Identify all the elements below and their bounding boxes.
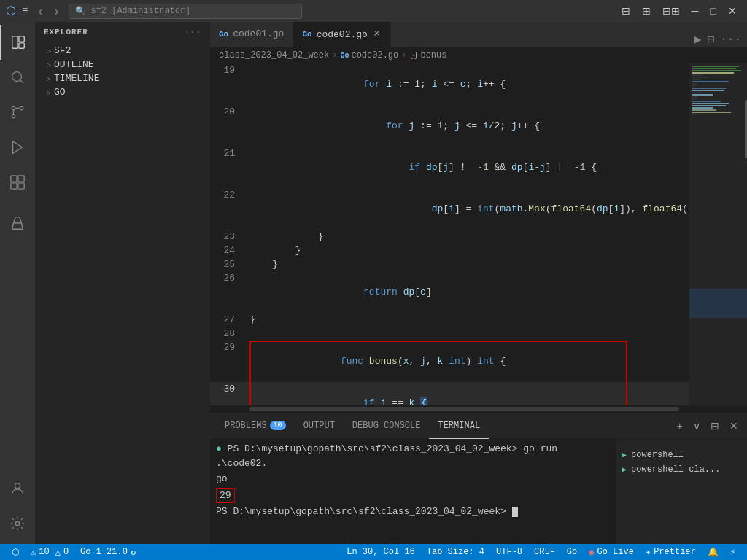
activity-item-test[interactable] bbox=[0, 206, 35, 241]
breadcrumb-part[interactable]: Gocode02.go bbox=[340, 50, 398, 61]
svg-rect-1 bbox=[19, 36, 24, 42]
split-terminal-button[interactable]: ⊟ bbox=[708, 419, 722, 433]
terminal-line-2: go bbox=[216, 472, 610, 486]
shell-item-powershell2[interactable]: ▶ powershell cla... bbox=[616, 462, 747, 477]
run-code-button[interactable]: ▶ bbox=[694, 32, 702, 47]
code-line-22[interactable]: 22 dp[i] = int(math.Max(float64(dp[i]), … bbox=[210, 188, 689, 230]
code-line-23[interactable]: 23 } bbox=[210, 230, 689, 244]
statusbar-remote[interactable]: ⬡ bbox=[6, 544, 25, 560]
statusbar-ln-col[interactable]: Ln 30, Col 16 bbox=[341, 544, 421, 560]
go-file-icon: Go bbox=[219, 30, 228, 39]
code-line-27[interactable]: 27 } bbox=[210, 313, 689, 327]
statusbar-eol[interactable]: CRLF bbox=[528, 544, 561, 560]
close-panel-button[interactable]: ✕ bbox=[727, 419, 741, 433]
split-editor-button[interactable]: ⊟ bbox=[708, 32, 715, 47]
extra-icon: ⚡ bbox=[730, 547, 735, 558]
tab-code02[interactable]: Go code02.go × bbox=[293, 22, 391, 47]
sidebar-item-label: SF2 bbox=[54, 45, 71, 56]
line-content: } bbox=[247, 257, 689, 271]
shell-item-powershell[interactable]: ▶ powershell bbox=[616, 448, 747, 462]
go-sync-icon: ↻ bbox=[131, 547, 136, 558]
add-terminal-button[interactable]: + bbox=[674, 419, 686, 433]
editor-main[interactable]: 19 for i := 1; i <= c; i++ { 20 for j :=… bbox=[210, 63, 689, 405]
statusbar-prettier[interactable]: ✦ Prettier bbox=[640, 544, 702, 560]
close-button[interactable]: ✕ bbox=[724, 4, 741, 18]
code-line-19[interactable]: 19 for i := 1; i <= c; i++ { bbox=[210, 63, 689, 105]
sidebar-more-button[interactable]: ··· bbox=[185, 28, 201, 36]
function-icon bbox=[409, 51, 418, 60]
layout3-button[interactable]: ⊟⊞ bbox=[658, 4, 684, 18]
panel-tab-output[interactable]: OUTPUT bbox=[295, 413, 344, 439]
terminal-result-highlight: 29 bbox=[216, 488, 235, 504]
statusbar-encoding[interactable]: UTF-8 bbox=[490, 544, 528, 560]
line-number: 25 bbox=[210, 257, 247, 271]
line-number: 29 bbox=[210, 341, 247, 354]
code-line-30[interactable]: 30 if j == k { bbox=[210, 382, 689, 405]
svg-rect-11 bbox=[11, 183, 17, 189]
sidebar-item-timeline[interactable]: ▷ TIMELINE bbox=[35, 71, 210, 85]
activity-item-search[interactable] bbox=[0, 60, 35, 95]
minimize-button[interactable]: ─ bbox=[687, 4, 703, 18]
statusbar-go-version[interactable]: Go 1.21.0 ↻ bbox=[74, 544, 142, 560]
maximize-button[interactable]: □ bbox=[706, 4, 721, 18]
code-line-20[interactable]: 20 for j := 1; j <= i/2; j++ { bbox=[210, 105, 689, 147]
code-line-29[interactable]: 29 func bonus(x, j, k int) int { bbox=[210, 341, 689, 382]
activity-item-explorer[interactable] bbox=[0, 25, 35, 60]
svg-point-13 bbox=[15, 483, 20, 489]
activity-item-source-control[interactable] bbox=[0, 95, 35, 130]
statusbar: ⬡ ⚠ 10 △ 0 Go 1.21.0 ↻ Ln 30, Col 16 Tab… bbox=[0, 544, 747, 560]
breadcrumb-part[interactable]: class_2023_04_02_week bbox=[219, 50, 329, 61]
panel: PROBLEMS 10 OUTPUT DEBUG CONSOLE TERMINA… bbox=[210, 413, 747, 544]
code-line-26[interactable]: 26 return dp[c] bbox=[210, 271, 689, 313]
terminal-dropdown-button[interactable]: ∨ bbox=[690, 419, 703, 433]
search-bar[interactable]: 🔍 sf2 [Administrator] bbox=[69, 4, 302, 19]
panel-tab-debug[interactable]: DEBUG CONSOLE bbox=[344, 413, 430, 439]
sidebar-item-label: OUTLINE bbox=[54, 59, 94, 70]
chevron-icon: ▷ bbox=[47, 47, 51, 55]
code-line-28[interactable]: 28 bbox=[210, 327, 689, 341]
statusbar-bell[interactable]: 🔔 bbox=[702, 544, 724, 560]
statusbar-errors[interactable]: ⚠ 10 △ 0 bbox=[25, 544, 74, 560]
nav-forward-button[interactable]: › bbox=[50, 3, 63, 19]
nav-back-button[interactable]: ‹ bbox=[34, 3, 47, 19]
code-line-21[interactable]: 21 if dp[j] != -1 && dp[i-j] != -1 { bbox=[210, 147, 689, 188]
sidebar-item-sf2[interactable]: ▷ SF2 bbox=[35, 44, 210, 58]
chevron-icon: ▷ bbox=[47, 61, 51, 69]
code-line-25[interactable]: 25 } bbox=[210, 257, 689, 271]
statusbar-tab-size[interactable]: Tab Size: 4 bbox=[421, 544, 490, 560]
search-icon: 🔍 bbox=[75, 6, 86, 17]
menu-icon[interactable]: ≡ bbox=[22, 5, 28, 17]
activity-item-run[interactable] bbox=[0, 130, 35, 165]
activity-item-account[interactable] bbox=[0, 471, 35, 506]
layout1-button[interactable]: ⊟ bbox=[617, 4, 635, 18]
ln-col-text: Ln 30, Col 16 bbox=[347, 547, 415, 557]
svg-rect-12 bbox=[18, 183, 24, 189]
statusbar-extra[interactable]: ⚡ bbox=[724, 544, 741, 560]
editor-actions: ▶ ⊟ ··· bbox=[391, 32, 747, 47]
activity-item-settings[interactable] bbox=[0, 506, 35, 541]
window-controls: ⊟ ⊞ ⊟⊞ ─ □ ✕ bbox=[617, 4, 741, 18]
breadcrumb: class_2023_04_02_week › Gocode02.go › bo… bbox=[210, 47, 747, 63]
sidebar-item-go[interactable]: ▷ GO bbox=[35, 85, 210, 99]
breadcrumb-part[interactable]: bonus bbox=[409, 50, 446, 61]
editor-scroll[interactable]: 19 for i := 1; i <= c; i++ { 20 for j :=… bbox=[210, 63, 689, 405]
statusbar-go-live[interactable]: ◉ Go Live bbox=[583, 544, 640, 560]
scrollbar-thumb[interactable] bbox=[249, 407, 679, 411]
code-line-24[interactable]: 24 } bbox=[210, 244, 689, 257]
close-tab-button[interactable]: × bbox=[372, 28, 382, 40]
go-live-text: Go Live bbox=[597, 547, 634, 557]
more-actions-button[interactable]: ··· bbox=[720, 33, 741, 46]
layout2-button[interactable]: ⊞ bbox=[638, 4, 655, 18]
line-content: return dp[c] bbox=[247, 271, 689, 313]
statusbar-language[interactable]: Go bbox=[561, 544, 583, 560]
panel-tab-problems[interactable]: PROBLEMS 10 bbox=[216, 413, 295, 439]
tab-code01[interactable]: Go code01.go bbox=[210, 22, 293, 47]
panel-tab-terminal[interactable]: TERMINAL bbox=[429, 413, 489, 439]
line-content: for i := 1; i <= c; i++ { bbox=[247, 63, 689, 105]
horizontal-scrollbar[interactable] bbox=[210, 405, 747, 413]
sidebar-item-outline[interactable]: ▷ OUTLINE bbox=[35, 58, 210, 71]
titlebar: ⬡ ≡ ‹ › 🔍 sf2 [Administrator] ⊟ ⊞ ⊟⊞ ─ □… bbox=[0, 0, 747, 22]
terminal-area[interactable]: ● PS D:\mysetup\gopath\src\sf2\class_202… bbox=[210, 439, 616, 544]
activity-item-extensions[interactable] bbox=[0, 165, 35, 200]
terminal-label: TERMINAL bbox=[438, 421, 480, 431]
